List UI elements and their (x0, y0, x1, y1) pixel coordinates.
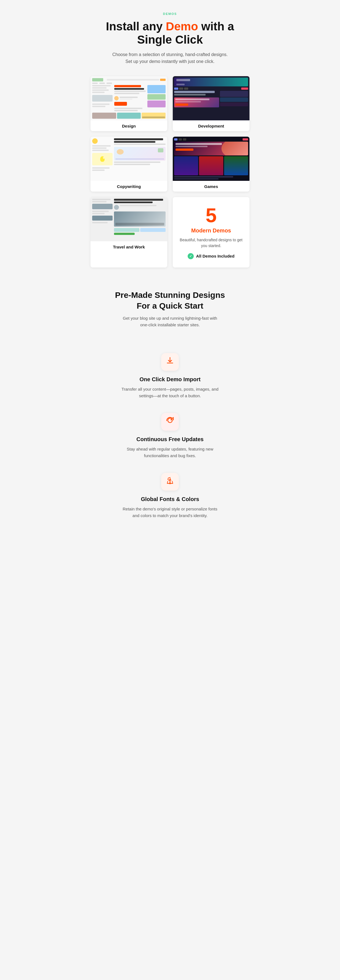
demo-card-travel[interactable]: Travel and Work (91, 197, 167, 267)
demo-grid-second: Copywriting (91, 137, 249, 192)
download-icon (165, 356, 175, 367)
premade-heading-line1: Pre-Made Stunning Designs (115, 290, 225, 299)
demo-label-travel: Travel and Work (91, 241, 167, 252)
demo-label-development: Development (173, 120, 249, 131)
section-badge: DEMOS (163, 12, 177, 16)
heading-part2: with a (198, 20, 234, 33)
main-heading: Install any Demo with a Single Click (91, 20, 249, 47)
feature-desc-fonts: Retain the demo's original style or pers… (120, 506, 220, 519)
refresh-icon (165, 416, 175, 427)
feature-title-updates: Continuous Free Updates (136, 436, 203, 442)
demo-grid-top: Design (91, 76, 249, 131)
demo-label-copywriting: Copywriting (91, 181, 167, 192)
section-subtitle: Choose from a selection of stunning, han… (112, 51, 228, 65)
demo-label-design: Design (91, 120, 167, 131)
feature-icon-wrap-download (161, 353, 179, 371)
feature-icon-wrap-palette (161, 473, 179, 490)
demos-section: DEMOS Install any Demo with a Single Cli… (91, 11, 249, 267)
premade-section: Pre-Made Stunning Designs For a Quick St… (91, 284, 249, 350)
feature-icon-wrap-refresh (161, 413, 179, 431)
stats-desc: Beautiful, handcrafted designs to get yo… (178, 237, 244, 249)
check-icon: ✓ (187, 253, 194, 259)
feature-desc-updates: Stay ahead with regular updates, featuri… (120, 446, 220, 459)
palette-icon (165, 476, 175, 487)
stats-card: 5 Modern Demos Beautiful, handcrafted de… (173, 197, 249, 267)
demo-card-games[interactable]: Games (173, 137, 249, 192)
premade-subtitle: Get your blog site up and running lightn… (120, 315, 220, 328)
heading-highlight: Demo (166, 20, 198, 33)
demo-image-design (91, 76, 167, 120)
demo-image-travel (91, 197, 167, 241)
stats-number: 5 (206, 205, 217, 225)
stats-title: Modern Demos (191, 228, 231, 234)
demo-image-games (173, 137, 249, 181)
demo-label-games: Games (173, 181, 249, 192)
features-list: One Click Demo Import Transfer all your … (91, 350, 249, 522)
demo-image-copywriting (91, 137, 167, 181)
premade-heading: Pre-Made Stunning Designs For a Quick St… (91, 290, 249, 311)
feature-updates: Continuous Free Updates Stay ahead with … (91, 413, 249, 459)
svg-point-0 (169, 479, 171, 481)
stats-badge-text: All Demos Included (196, 254, 234, 258)
demo-card-copywriting[interactable]: Copywriting (91, 137, 167, 192)
demo-image-development (173, 76, 249, 120)
stats-badge: ✓ All Demos Included (187, 253, 234, 259)
feature-fonts-colors: Global Fonts & Colors Retain the demo's … (91, 473, 249, 519)
demo-card-development[interactable]: Development (173, 76, 249, 131)
demo-card-design[interactable]: Design (91, 76, 167, 131)
feature-demo-import: One Click Demo Import Transfer all your … (91, 353, 249, 399)
feature-desc-import: Transfer all your content—pages, posts, … (120, 386, 220, 399)
demo-grid-bottom: Travel and Work 5 Modern Demos Beautiful… (91, 197, 249, 267)
feature-title-import: One Click Demo Import (139, 376, 200, 383)
page-wrapper: DEMOS Install any Demo with a Single Cli… (85, 0, 255, 538)
premade-heading-line2: For a Quick Start (137, 301, 203, 310)
heading-part1: Install any (106, 20, 166, 33)
heading-line2: Single Click (137, 33, 203, 46)
feature-title-fonts: Global Fonts & Colors (141, 496, 199, 503)
